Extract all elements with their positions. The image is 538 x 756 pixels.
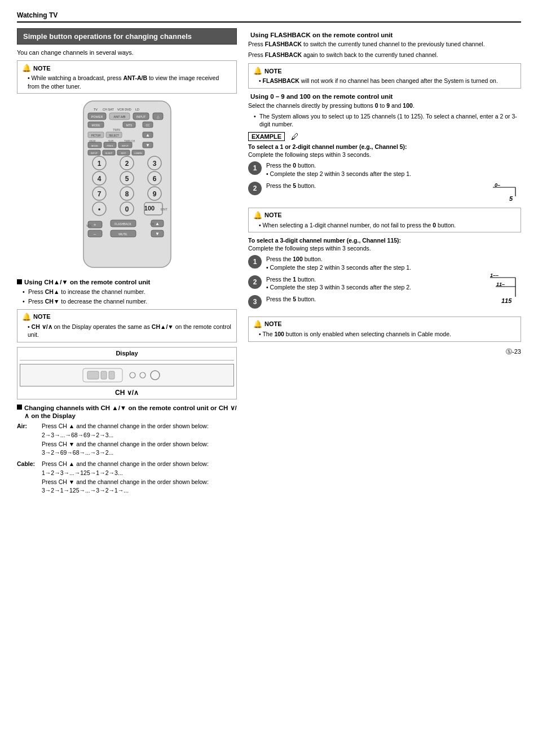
step-circle-2: 2: [248, 182, 262, 195]
zero9-heading: Using 0 – 9 and 100 on the remote contro…: [248, 93, 521, 100]
step-circle-1: 1: [248, 161, 262, 175]
section-title: Simple button operations for changing ch…: [17, 28, 237, 45]
svg-text:INPUT: INPUT: [91, 152, 98, 155]
page-number: Ⓢ-23: [248, 348, 521, 356]
note-icon-4: 🔔: [253, 211, 262, 219]
svg-text:6: 6: [152, 175, 156, 183]
svg-text:+: +: [93, 222, 96, 227]
step2-content: Press the 5 button.: [266, 182, 486, 190]
example2-diagram: 1–– 11– 115: [487, 255, 521, 306]
svg-text:SELECT: SELECT: [109, 134, 119, 137]
svg-text:0: 0: [125, 205, 129, 213]
step-e2-2-content: Press the 1 button. • Complete the step …: [266, 275, 483, 292]
flashback-heading: Using FLASHBACK on the remote control un…: [248, 32, 521, 38]
svg-text:100: 100: [144, 205, 154, 212]
note-onedigit-text: • When selecting a 1-digit channel numbe…: [259, 221, 516, 230]
example2-steps-list: 1 Press the 100 button. • Complete the s…: [248, 255, 483, 312]
svg-text:3: 3: [152, 160, 156, 168]
example-section: EXAMPLE 🖊 To select a 1 or 2-digit chann…: [248, 132, 521, 342]
note2-text: • CH ∨/∧ on the Display operates the sam…: [28, 323, 232, 339]
svg-text:•: •: [98, 205, 100, 213]
svg-text:8: 8: [125, 190, 129, 198]
step1-content: Press the 0 button. • Complete the step …: [266, 161, 521, 178]
svg-text:9: 9: [152, 190, 156, 198]
svg-text:5: 5: [509, 195, 513, 202]
example1-diagram: 0– 5: [490, 182, 521, 203]
example1-step1: 1 Press the 0 button. • Complete the ste…: [248, 161, 521, 178]
note-100-text: • The 100 button is only enabled when se…: [259, 330, 516, 339]
svg-text:TV: TV: [94, 108, 98, 111]
svg-text:–: –: [93, 231, 96, 236]
svg-text:SLEEP: SLEEP: [105, 152, 112, 155]
note-icon-3: 🔔: [253, 67, 262, 75]
display-screen: [20, 364, 234, 386]
note-box-1: 🔔 NOTE • While watching a broadcast, pre…: [17, 60, 237, 94]
example1-step2: 2 Press the 5 button.: [248, 182, 486, 195]
svg-text:△: △: [156, 115, 159, 118]
svg-text:VOL: VOL: [86, 224, 92, 227]
air-cable-section: Air: Press CH ▲ and the channel change i…: [17, 422, 237, 495]
svg-text:ANT A/B: ANT A/B: [113, 115, 125, 118]
svg-point-88: [130, 372, 135, 378]
note-flashback: 🔔 NOTE • FLASHBACK will not work if no c…: [248, 63, 521, 89]
step-e2-1-content: Press the 100 button. • Complete the ste…: [266, 255, 483, 271]
right-column: Using FLASHBACK on the remote control un…: [248, 28, 521, 498]
note-box-2: 🔔 NOTE • CH ∨/∧ on the Display operates …: [17, 309, 237, 342]
note-icon-1: 🔔: [22, 64, 31, 72]
svg-text:1––: 1––: [490, 272, 499, 278]
svg-text:0–: 0–: [495, 182, 500, 188]
example2-steps: 1 Press the 100 button. • Complete the s…: [248, 255, 521, 312]
note1-text: • While watching a broadcast, press ANT-…: [28, 74, 232, 90]
note-onedigit: 🔔 NOTE • When selecting a 1-digit channe…: [248, 208, 521, 233]
svg-point-89: [140, 372, 145, 378]
example2-step3: 3 Press the 5 button.: [248, 295, 483, 309]
svg-rect-87: [109, 371, 114, 379]
display-label: Display: [20, 350, 234, 357]
svg-rect-86: [101, 371, 107, 379]
svg-text:CH: CH: [150, 222, 155, 226]
svg-rect-85: [87, 371, 99, 379]
svg-text:FLASHBACK: FLASHBACK: [114, 222, 131, 226]
intro-text: You can change channels in several ways.: [17, 49, 237, 56]
example2-sub: Complete the following steps within 3 se…: [248, 245, 521, 252]
step-circle-e2-2: 2: [248, 275, 262, 289]
flashback-text2: Press FLASHBACK again to switch back to …: [248, 51, 521, 59]
svg-text:CH SAT: CH SAT: [103, 108, 114, 111]
note-flashback-text: • FLASHBACK will not work if no channel …: [259, 77, 516, 85]
step-e2-3-content: Press the 5 button.: [266, 295, 483, 304]
note-icon-2: 🔔: [22, 313, 31, 321]
svg-text:MTS: MTS: [126, 124, 132, 127]
svg-text:TWIN: TWIN: [113, 128, 120, 131]
example2-step1: 1 Press the 100 button. • Complete the s…: [248, 255, 483, 271]
svg-text:▲: ▲: [145, 133, 150, 138]
svg-text:LEARN: LEARN: [134, 152, 142, 155]
svg-text:11–: 11–: [496, 282, 505, 287]
svg-text:ENT: ENT: [161, 208, 167, 211]
page-title: Watching TV: [17, 11, 58, 19]
svg-text:▼: ▼: [155, 231, 160, 236]
example-label: EXAMPLE: [248, 132, 285, 141]
svg-text:EDIT: EDIT: [121, 152, 126, 155]
note-icon-5: 🔔: [253, 320, 262, 328]
display-box: Display CH ∨/∧: [17, 347, 237, 399]
svg-text:MUTE: MUTE: [118, 232, 127, 236]
page-header: Watching TV: [17, 11, 521, 23]
example2-heading: To select a 3-digit channel number (e.g.…: [248, 237, 521, 244]
svg-text:1: 1: [97, 160, 101, 168]
svg-text:PRES: PRES: [107, 144, 113, 147]
zero9-bullets: The System allows you to select up to 12…: [254, 112, 521, 129]
svg-text:INPUT: INPUT: [136, 115, 145, 118]
svg-text:VCR DVD: VCR DVD: [117, 108, 131, 111]
changing-heading: Changing channels with CH ▲/▼ on the rem…: [17, 404, 237, 420]
step-circle-e2-1: 1: [248, 255, 262, 269]
remote-svg: TV CH SAT VCR DVD LD POWER ANT A/B INPUT…: [78, 98, 177, 273]
svg-text:5: 5: [125, 175, 129, 183]
svg-point-90: [151, 371, 160, 380]
svg-text:▲: ▲: [155, 221, 160, 226]
svg-text:2: 2: [125, 160, 129, 168]
svg-text:PICTUR: PICTUR: [91, 134, 101, 137]
left-column: Simple button operations for changing ch…: [17, 28, 237, 498]
example1-heading: To select a 1 or 2-digit channel number …: [248, 143, 521, 150]
svg-text:7: 7: [97, 190, 101, 198]
svg-text:CC: CC: [145, 124, 150, 127]
